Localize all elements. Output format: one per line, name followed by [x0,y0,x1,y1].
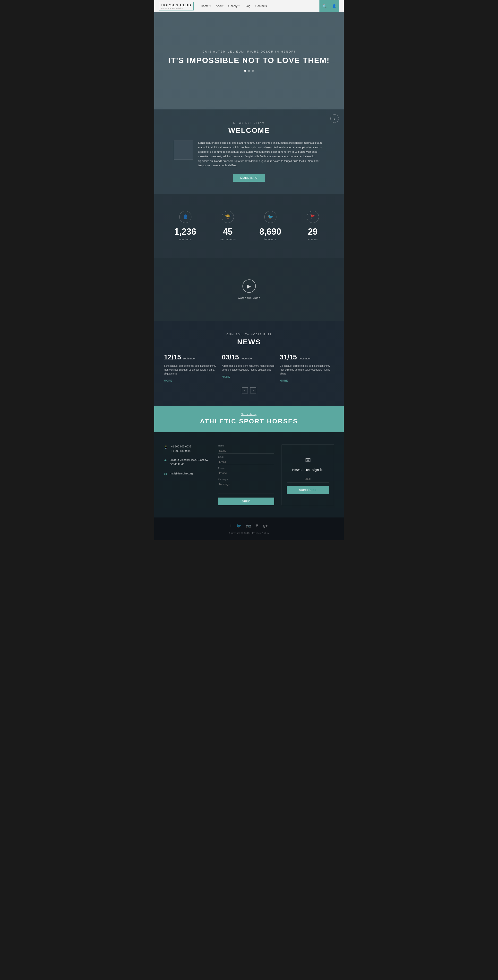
more-info-button[interactable]: More info [233,174,265,181]
googleplus-icon[interactable]: g+ [263,523,268,528]
stat-members: 👤 1,236 members [164,206,206,246]
main-nav: Home ▾ About Gallery ▾ Blog Contacts [201,5,319,8]
contact-email-row: ✉ mail@demolink.org [164,471,211,476]
form-message-label: Message [218,478,274,480]
news-text-2: Ce ectetuer adipiscing elit, sed diam no… [280,364,334,376]
nav-home[interactable]: Home ▾ [201,5,211,8]
followers-count: 8,690 [254,227,287,237]
news-date-1: 03/15 [222,353,239,361]
hero-section: DUIS AUTEM VEL EUM IRIURE DOLOR IN HENDR… [154,12,344,110]
news-card-1: 03/15 november Adipiscing elit, sed diam… [222,353,276,382]
contact-phone-row: 📱 +1 800 603 6035 +1 800 889 9898 [164,444,211,453]
hero-dot-1[interactable] [244,70,246,72]
form-phone-label: Phone [218,467,274,469]
newsletter-email-icon: ✉ [305,456,311,464]
scroll-down-button[interactable]: ↓ [330,114,339,123]
header: HORSES CLUB columbia association Home ▾ … [154,0,344,12]
hero-dot-2[interactable] [248,70,250,72]
news-date-2: 31/15 [280,353,297,361]
video-section: ▶ Watch the video [154,258,344,321]
news-label: CUM SOLUTA NOBIS ELEI [164,333,334,336]
stat-tournaments: 🏆 45 tournaments [206,206,249,246]
nav-gallery[interactable]: Gallery ▾ [228,5,240,8]
news-card-2: 31/15 december Ce ectetuer adipiscing el… [280,353,334,382]
form-message-group: Message [218,478,274,495]
play-button[interactable]: ▶ [243,279,256,293]
contact-address-row: ✈ 9870 St Vincent Place, Glasgow, DC 45 … [164,458,211,466]
news-date-row-0: 12/15 september [164,353,218,361]
facebook-icon[interactable]: f [230,523,231,528]
news-month-1: november [241,357,253,360]
subscribe-button[interactable]: subscribe [287,486,329,494]
nav-contacts[interactable]: Contacts [255,5,267,8]
news-navigation: ‹ › [164,387,334,393]
form-phone-group: Phone [218,467,274,476]
hero-subtitle: DUIS AUTEM VEL EUM IRIURE DOLOR IN HENDR… [168,50,330,53]
catalog-title: ATHLETIC SPORT HORSES [162,418,336,425]
news-more-2[interactable]: MORE [280,379,288,382]
nav-icon-group: 🔍 👤 [319,0,339,12]
contact-section: 📱 +1 800 603 6035 +1 800 889 9898 ✈ 9870… [154,433,344,517]
nav-blog[interactable]: Blog [244,5,251,8]
news-grid: 12/15 september Sensectetuer adipiscing … [164,353,334,382]
footer-copyright: Copyright © 2015 | Privacy Policy [164,532,334,534]
contact-form: Name Email Phone Message send [218,444,274,505]
tournaments-label: tournaments [211,238,244,241]
members-label: members [169,238,201,241]
contact-info: 📱 +1 800 603 6035 +1 800 889 9898 ✈ 9870… [164,444,211,505]
form-email-input[interactable] [218,459,274,465]
nav-about[interactable]: About [216,5,223,8]
members-icon: 👤 [179,211,192,223]
news-section: CUM SOLUTA NOBIS ELEI NEWS 12/15 septemb… [154,321,344,406]
news-text-1: Adipiscing elit, sed diam nonummy nibh e… [222,364,276,372]
instagram-icon[interactable]: 📷 [246,523,251,528]
stat-winners: 🚩 29 winners [292,206,334,246]
members-count: 1,236 [169,227,201,237]
form-name-input[interactable] [218,448,274,454]
contact-phone: +1 800 603 6035 +1 800 889 9898 [171,444,191,453]
news-next-button[interactable]: › [250,387,256,393]
stat-followers: 🐦 8,690 followers [249,206,292,246]
form-email-label: Email [218,456,274,458]
newsletter-box: ✉ Newsletter sign in subscribe [282,444,334,505]
newsletter-title: Newsletter sign in [292,468,324,472]
phone-icon: 📱 [164,445,168,449]
newsletter-email-input[interactable] [287,476,329,482]
logo-subtitle: columbia association [161,7,192,9]
news-card-0: 12/15 september Sensectetuer adipiscing … [164,353,218,382]
hero-dot-3[interactable] [252,70,254,72]
news-title: NEWS [164,338,334,346]
logo-title: HORSES CLUB [161,3,192,7]
catalog-link[interactable]: See catalog [162,413,336,415]
catalog-section: See catalog ATHLETIC SPORT HORSES [154,406,344,433]
news-more-1[interactable]: MORE [222,375,230,378]
welcome-section: ↓ RITAS EST ETIAM WELCOME Sensectetuer a… [154,110,344,194]
twitter-icon[interactable]: 🐦 [236,523,241,528]
form-phone-input[interactable] [218,470,274,476]
followers-label: followers [254,238,287,241]
news-date-row-2: 31/15 december [280,353,334,361]
welcome-image [174,140,193,160]
news-date-row-1: 03/15 november [222,353,276,361]
news-month-0: september [183,357,195,360]
send-button[interactable]: send [218,498,274,505]
location-icon: ✈ [164,458,167,462]
form-message-input[interactable] [218,481,274,493]
news-text-0: Sensectetuer adipiscing elit, sed diam n… [164,364,218,376]
pinterest-icon[interactable]: P [256,523,259,528]
stats-section: 👤 1,236 members 🏆 45 tournaments 🐦 8,690… [154,194,344,258]
user-button[interactable]: 👤 [329,0,339,12]
news-prev-button[interactable]: ‹ [242,387,248,393]
contact-email: mail@demolink.org [170,471,193,476]
form-name-label: Name [218,444,274,447]
tournaments-icon: 🏆 [222,211,234,223]
news-more-0[interactable]: MORE [164,379,172,382]
hero-title: IT'S IMPOSSIBLE NOT TO LOVE THEM! [168,56,330,65]
welcome-text: Sensectetuer adipiscing elit, sed diam n… [198,140,324,168]
welcome-title: WELCOME [174,126,324,134]
logo[interactable]: HORSES CLUB columbia association [159,2,193,10]
social-icons: f 🐦 📷 P g+ [164,523,334,528]
welcome-label: RITAS EST ETIAM [174,122,324,124]
search-button[interactable]: 🔍 [319,0,329,12]
winners-label: winners [297,238,329,241]
